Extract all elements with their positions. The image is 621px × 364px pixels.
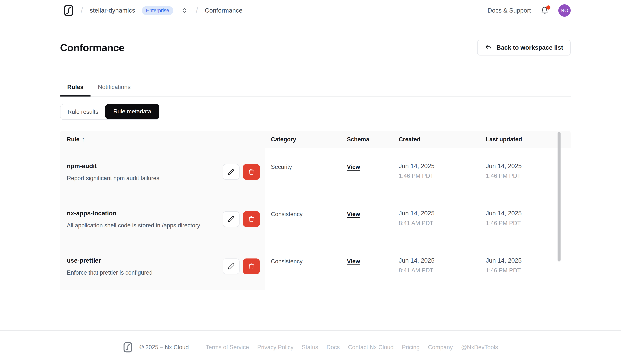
page-title: Conformance bbox=[60, 42, 124, 53]
breadcrumb: / stellar-dynamics Enterprise / Conforma… bbox=[63, 5, 242, 16]
created-time: 1:46 PM PDT bbox=[399, 173, 486, 179]
table-row: npm-audit Report significant npm audit f… bbox=[60, 148, 571, 195]
user-avatar[interactable]: NO bbox=[558, 4, 571, 17]
breadcrumb-separator: / bbox=[196, 5, 198, 15]
updated-time: 1:46 PM PDT bbox=[486, 220, 556, 227]
footer-link-company[interactable]: Company bbox=[428, 344, 453, 351]
workspace-name[interactable]: stellar-dynamics bbox=[90, 7, 135, 14]
tab-notifications[interactable]: Notifications bbox=[91, 84, 138, 96]
created-time: 8:41 AM PDT bbox=[399, 267, 486, 274]
nx-logo-icon[interactable] bbox=[63, 5, 74, 16]
enterprise-badge: Enterprise bbox=[142, 6, 173, 15]
column-header-category: Category bbox=[265, 136, 347, 143]
created-cell: Jun 14, 2025 8:41 AM PDT bbox=[399, 242, 486, 290]
pencil-icon bbox=[228, 169, 234, 175]
tab-notifications-label: Notifications bbox=[98, 84, 130, 90]
delete-rule-button[interactable] bbox=[243, 211, 260, 227]
created-cell: Jun 14, 2025 1:46 PM PDT bbox=[399, 148, 486, 195]
undo-arrow-icon bbox=[485, 44, 492, 51]
trash-icon bbox=[248, 263, 255, 270]
created-date: Jun 14, 2025 bbox=[399, 210, 486, 217]
updated-date: Jun 14, 2025 bbox=[486, 162, 556, 170]
updated-cell: Jun 14, 2025 1:46 PM PDT bbox=[486, 242, 556, 290]
workspace-switcher-button[interactable] bbox=[180, 6, 189, 15]
edit-rule-button[interactable] bbox=[223, 211, 240, 227]
table-scrollbar[interactable] bbox=[557, 131, 561, 290]
main-content: Conformance Back to workspace list Rules… bbox=[0, 21, 621, 330]
rule-cell: npm-audit Report significant npm audit f… bbox=[60, 148, 265, 195]
edit-rule-button[interactable] bbox=[223, 164, 240, 180]
rule-description: Enforce that prettier is configured bbox=[67, 269, 223, 276]
copyright-text: © 2025 – Nx Cloud bbox=[139, 344, 189, 351]
tabs: Rules Notifications bbox=[60, 84, 571, 96]
footer-link-privacy[interactable]: Privacy Policy bbox=[257, 344, 293, 351]
rule-results-button[interactable]: Rule results bbox=[60, 104, 105, 119]
rule-cell: nx-apps-location All application shell c… bbox=[60, 195, 265, 242]
updated-time: 1:46 PM PDT bbox=[486, 173, 556, 179]
breadcrumb-current-page: Conformance bbox=[205, 7, 242, 14]
docs-support-link[interactable]: Docs & Support bbox=[487, 7, 531, 14]
chevrons-up-down-icon bbox=[181, 7, 188, 14]
updated-cell: Jun 14, 2025 1:46 PM PDT bbox=[486, 195, 556, 242]
tab-rules-label: Rules bbox=[67, 84, 84, 90]
footer-links: Terms of Service Privacy Policy Status D… bbox=[206, 344, 498, 351]
table-row: nx-apps-location All application shell c… bbox=[60, 195, 571, 242]
rule-cell: use-prettier Enforce that prettier is co… bbox=[60, 242, 265, 290]
column-header-created: Created bbox=[399, 136, 486, 143]
footer-link-status[interactable]: Status bbox=[302, 344, 318, 351]
notification-dot bbox=[546, 5, 551, 10]
delete-rule-button[interactable] bbox=[243, 164, 260, 180]
pencil-icon bbox=[228, 263, 234, 270]
pencil-icon bbox=[228, 216, 234, 222]
table-header-row: Rule ↑ Category Schema Created Last upda… bbox=[60, 131, 571, 148]
back-to-workspace-button[interactable]: Back to workspace list bbox=[477, 40, 571, 55]
nx-footer-logo-icon bbox=[123, 342, 133, 353]
schema-view-link[interactable]: View bbox=[347, 258, 360, 265]
column-header-rule[interactable]: Rule ↑ bbox=[60, 136, 265, 143]
footer-link-pricing[interactable]: Pricing bbox=[402, 344, 420, 351]
rule-category: Consistency bbox=[265, 195, 347, 242]
updated-date: Jun 14, 2025 bbox=[486, 257, 556, 264]
table-row: use-prettier Enforce that prettier is co… bbox=[60, 242, 571, 290]
schema-view-link[interactable]: View bbox=[347, 211, 360, 217]
top-nav: / stellar-dynamics Enterprise / Conforma… bbox=[0, 0, 621, 21]
footer-link-terms[interactable]: Terms of Service bbox=[206, 344, 249, 351]
sort-asc-icon: ↑ bbox=[82, 136, 85, 143]
delete-rule-button[interactable] bbox=[243, 258, 260, 274]
updated-time: 1:46 PM PDT bbox=[486, 267, 556, 274]
edit-rule-button[interactable] bbox=[223, 258, 240, 274]
schema-view-link[interactable]: View bbox=[347, 164, 360, 170]
column-header-last-updated: Last updated bbox=[486, 136, 556, 143]
footer-link-nxdevtools[interactable]: @NxDevTools bbox=[461, 344, 498, 351]
scrollbar-thumb[interactable] bbox=[558, 132, 561, 261]
notifications-button[interactable] bbox=[540, 6, 549, 15]
rule-category: Security bbox=[265, 148, 347, 195]
created-date: Jun 14, 2025 bbox=[399, 257, 486, 264]
rule-view-toggle: Rule results Rule metadata bbox=[60, 104, 159, 120]
back-button-label: Back to workspace list bbox=[496, 44, 563, 51]
created-date: Jun 14, 2025 bbox=[399, 162, 486, 170]
rules-table: Rule ↑ Category Schema Created Last upda… bbox=[60, 131, 571, 290]
footer-link-docs[interactable]: Docs bbox=[327, 344, 340, 351]
trash-icon bbox=[248, 216, 255, 222]
breadcrumb-separator: / bbox=[81, 5, 83, 15]
rule-metadata-button[interactable]: Rule metadata bbox=[105, 104, 160, 119]
updated-cell: Jun 14, 2025 1:46 PM PDT bbox=[486, 148, 556, 195]
trash-icon bbox=[248, 169, 255, 175]
nav-actions: Docs & Support NO bbox=[487, 4, 571, 17]
rule-name: use-prettier bbox=[67, 257, 223, 264]
created-time: 8:41 AM PDT bbox=[399, 220, 486, 227]
rule-name: npm-audit bbox=[67, 162, 223, 170]
created-cell: Jun 14, 2025 8:41 AM PDT bbox=[399, 195, 486, 242]
footer-link-contact[interactable]: Contact Nx Cloud bbox=[348, 344, 394, 351]
rule-name: nx-apps-location bbox=[67, 210, 223, 217]
updated-date: Jun 14, 2025 bbox=[486, 210, 556, 217]
rule-category: Consistency bbox=[265, 242, 347, 290]
footer: © 2025 – Nx Cloud Terms of Service Priva… bbox=[0, 330, 621, 364]
rule-description: All application shell code is stored in … bbox=[67, 222, 223, 229]
tab-rules[interactable]: Rules bbox=[60, 84, 91, 96]
rule-description: Report significant npm audit failures bbox=[67, 175, 223, 182]
column-header-schema: Schema bbox=[347, 136, 399, 143]
